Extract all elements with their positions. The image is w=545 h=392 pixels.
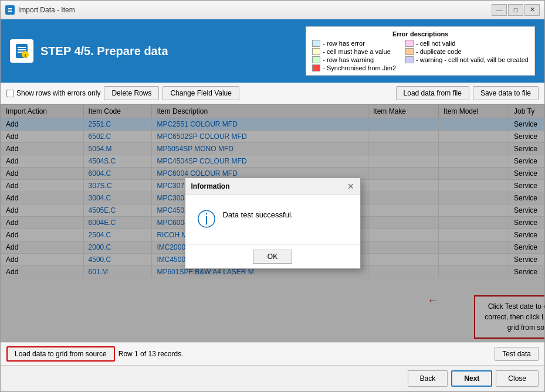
- close-button-footer[interactable]: Close: [496, 370, 539, 387]
- main-window: Import Data - Item — □ ✕ i STEP 4/5. Pre…: [0, 0, 545, 392]
- legend-synced: - Synchronised from Jim2: [312, 64, 396, 71]
- legend-label-row-warning: - row has warning: [323, 56, 374, 63]
- toolbar: Show rows with errors only Delete Rows C…: [1, 83, 544, 104]
- col-item-model: Item Model: [439, 105, 509, 118]
- next-button[interactable]: Next: [451, 370, 492, 387]
- legend-label-cell-not-valid: - cell not valid: [416, 40, 455, 47]
- legend-color-row-warning: [312, 56, 320, 63]
- legend-cell-warning: - warning - cell not valid, will be crea…: [405, 56, 529, 63]
- legend-grid: - row has error - cell not valid - cell …: [312, 40, 529, 71]
- legend-cell-not-valid: - cell not valid: [405, 40, 529, 47]
- modal-message: Data test successful.: [223, 207, 293, 219]
- modal-body: ⓘ Data test successful.: [185, 195, 360, 244]
- svg-text:i: i: [25, 53, 26, 58]
- save-to-file-button[interactable]: Save data to file: [473, 86, 539, 100]
- load-from-file-button[interactable]: Load data from file: [396, 86, 469, 100]
- modal-title-bar: Information ✕: [185, 178, 360, 195]
- status-text: Row 1 of 13 records.: [119, 350, 184, 358]
- legend-title: Error descriptions: [312, 30, 529, 38]
- change-field-button[interactable]: Change Field Value: [163, 86, 239, 100]
- legend-cell-must-have-value: - cell must have a value: [312, 48, 396, 55]
- legend-color-duplicate: [405, 48, 414, 55]
- window-title: Import Data - Item: [18, 6, 492, 14]
- modal-close-button[interactable]: ✕: [347, 182, 354, 191]
- legend-label-cell-warning: - warning - cell not valid, will be crea…: [416, 56, 529, 63]
- modal-footer: OK: [185, 244, 360, 268]
- show-errors-checkbox-label[interactable]: Show rows with errors only: [6, 89, 100, 97]
- legend-row-error: - row has error: [312, 40, 396, 47]
- information-modal: Information ✕ ⓘ Data test successful. OK: [185, 178, 361, 269]
- legend-duplicate-code: - duplicate code: [405, 48, 529, 55]
- ok-button[interactable]: OK: [253, 250, 292, 264]
- svg-rect-5: [18, 49, 26, 50]
- col-item-code: Item Code: [83, 105, 152, 118]
- bottom-bar: Load data to grid from source Row 1 of 1…: [1, 342, 544, 365]
- svg-rect-2: [8, 11, 12, 12]
- table-row[interactable]: Add4504S.CMPC4504SP COLOUR MFDService: [1, 155, 544, 168]
- minimize-button[interactable]: —: [492, 4, 507, 16]
- col-item-desc: Item Description: [152, 105, 368, 118]
- legend-label-duplicate: - duplicate code: [416, 48, 462, 55]
- legend-label-synced: - Synchronised from Jim2: [323, 64, 396, 71]
- footer: Back Next Close: [1, 365, 544, 391]
- close-button[interactable]: ✕: [524, 4, 540, 16]
- legend-row-warning: - row has warning: [312, 56, 396, 63]
- col-item-make: Item Make: [368, 105, 439, 118]
- col-import-action: Import Action: [1, 105, 84, 118]
- step-header: i STEP 4/5. Prepare data Error descripti…: [1, 19, 544, 83]
- info-icon: ⓘ: [197, 207, 216, 233]
- legend-color-cell-not-valid: [405, 40, 414, 47]
- svg-rect-0: [7, 7, 13, 13]
- test-data-button[interactable]: Test data: [495, 347, 539, 361]
- table-row[interactable]: Add2551.CMPC2551 COLOUR MFDService: [1, 118, 544, 131]
- svg-rect-4: [18, 47, 26, 48]
- legend-color-synced: [312, 64, 320, 71]
- load-grid-from-source-button[interactable]: Load data to grid from source: [6, 346, 115, 362]
- legend-label-must-have-value: - cell must have a value: [323, 48, 391, 55]
- legend-color-row-error: [312, 40, 320, 47]
- step-icon: i: [10, 39, 33, 63]
- svg-rect-1: [8, 8, 12, 9]
- show-errors-label: Show rows with errors only: [16, 89, 100, 97]
- col-job-type: Job Ty: [509, 105, 544, 118]
- maximize-button[interactable]: □: [508, 4, 523, 16]
- app-icon: [5, 5, 15, 15]
- table-header-row: Import Action Item Code Item Description…: [1, 105, 544, 118]
- show-errors-checkbox[interactable]: [6, 90, 14, 97]
- back-button[interactable]: Back: [408, 370, 448, 387]
- legend-color-cell-warning: [405, 56, 414, 63]
- main-content: Import Action Item Code Item Description…: [1, 104, 544, 342]
- legend-label-row-error: - row has error: [323, 40, 365, 47]
- legend-color-must-have-value: [312, 48, 320, 55]
- delete-rows-button[interactable]: Delete Rows: [104, 86, 159, 100]
- title-bar: Import Data - Item — □ ✕: [1, 1, 544, 19]
- table-row[interactable]: Add6502.CMPC6502SP COLOUR MFDService: [1, 131, 544, 143]
- table-row[interactable]: Add5054.MMP5054SP MONO MFDService: [1, 143, 544, 155]
- window-controls: — □ ✕: [492, 4, 540, 16]
- error-legend: Error descriptions - row has error - cel…: [306, 26, 535, 76]
- step-title: STEP 4/5. Prepare data: [40, 45, 168, 58]
- modal-title: Information: [191, 182, 230, 190]
